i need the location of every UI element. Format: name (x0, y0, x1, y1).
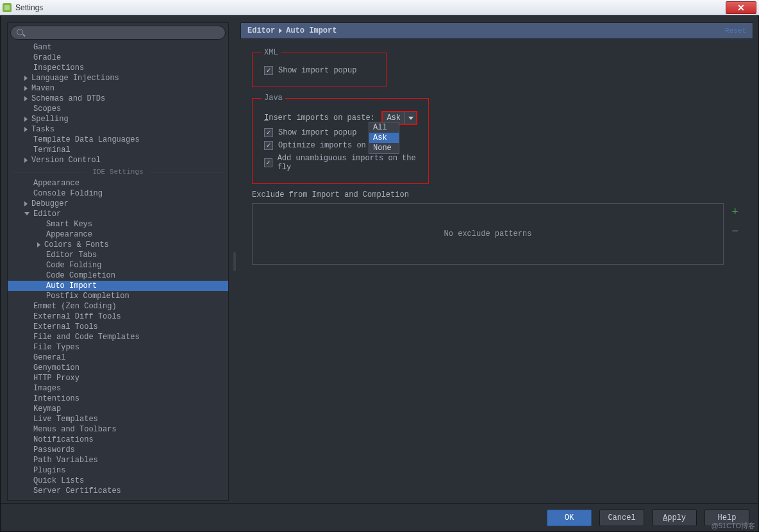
tree-item[interactable]: Debugger (8, 199, 228, 209)
combo-option-none[interactable]: None (369, 143, 399, 153)
tree-item[interactable]: Editor Tabs (8, 250, 228, 260)
tree-item[interactable]: Gant (8, 42, 228, 53)
tree-item[interactable]: Postfix Completion (8, 291, 228, 301)
tree-item[interactable]: Terminal (8, 145, 228, 155)
titlebar: Settings ✕ (0, 0, 759, 15)
splitter[interactable] (233, 22, 237, 501)
breadcrumb-part-auto-import: Auto Import (286, 26, 337, 35)
tree-item[interactable]: Quick Lists (8, 476, 228, 486)
insert-imports-label: Insert imports on paste: (264, 113, 375, 122)
chevron-down-icon[interactable] (405, 112, 416, 124)
tree-item[interactable]: Spelling (8, 114, 228, 124)
tree-item[interactable]: Genymotion (8, 363, 228, 373)
reset-link[interactable]: Reset (725, 27, 746, 35)
tree-item[interactable]: Passwords (8, 445, 228, 455)
window-close-button[interactable]: ✕ (726, 1, 756, 14)
tree-item[interactable]: Server Certificates (8, 486, 228, 496)
tree-item[interactable]: Path Variables (8, 455, 228, 465)
java-show-import-popup-checkbox[interactable] (264, 128, 273, 137)
xml-group: XML Show import popup (252, 48, 387, 87)
settings-panel: XML Show import popup Java Insert import… (240, 39, 753, 501)
tree-item[interactable]: Menus and Toolbars (8, 424, 228, 435)
tree-item[interactable]: Version Control (8, 155, 228, 165)
tree-item[interactable]: Tasks (8, 124, 228, 135)
xml-show-import-popup-label: Show import popup (278, 66, 356, 75)
tree-item[interactable]: Editor (8, 209, 228, 219)
exclude-title: Exclude from Import and Completion (252, 190, 742, 199)
tree-item[interactable]: Live Templates (8, 414, 228, 424)
unambiguous-imports-checkbox[interactable] (264, 158, 272, 167)
insert-imports-dropdown[interactable]: All Ask None (369, 122, 399, 154)
xml-legend: XML (262, 48, 281, 57)
tree-item[interactable]: Code Completion (8, 270, 228, 281)
app-icon (3, 3, 12, 12)
tree-item[interactable]: HTTP Proxy (8, 373, 228, 383)
tree-item[interactable]: Template Data Languages (8, 135, 228, 145)
breadcrumb: Editor Auto Import Reset (240, 22, 753, 39)
breadcrumb-separator-icon (279, 28, 282, 33)
tree-item[interactable]: Console Folding (8, 188, 228, 199)
tree-item[interactable]: Code Folding (8, 260, 228, 270)
settings-sidebar: GantGradleInspectionsLanguage Injections… (7, 22, 229, 501)
tree-item[interactable]: Appearance (8, 229, 228, 240)
tree-item[interactable]: File Types (8, 342, 228, 353)
remove-pattern-button[interactable]: − (731, 226, 738, 237)
tree-item[interactable]: External Diff Tools (8, 312, 228, 322)
combo-option-all[interactable]: All (369, 122, 399, 133)
tree-item[interactable]: Appearance (8, 178, 228, 188)
tree-section-separator: IDE Settings (8, 168, 228, 176)
settings-tree[interactable]: GantGradleInspectionsLanguage Injections… (8, 42, 228, 500)
add-pattern-button[interactable]: + (731, 206, 738, 218)
optimize-imports-label: Optimize imports on th (278, 141, 380, 150)
settings-search-input[interactable] (10, 26, 226, 40)
combo-option-ask[interactable]: Ask (369, 133, 399, 143)
tree-item[interactable]: Maven (8, 83, 228, 94)
tree-item[interactable]: Inspections (8, 63, 228, 73)
unambiguous-imports-label: Add unambiguous imports on the fly (278, 154, 417, 172)
tree-item[interactable]: Keymap (8, 404, 228, 414)
cancel-button[interactable]: Cancel (599, 510, 644, 526)
tree-item[interactable]: Intentions (8, 394, 228, 404)
tree-item[interactable]: Plugins (8, 465, 228, 476)
tree-item[interactable]: Language Injections (8, 73, 228, 83)
tree-item[interactable]: Notifications (8, 435, 228, 445)
tree-item[interactable]: General (8, 353, 228, 363)
settings-dialog: GantGradleInspectionsLanguage Injections… (0, 15, 759, 532)
watermark: @51CTO博客 (712, 521, 755, 531)
window-title: Settings (15, 3, 43, 12)
exclude-list[interactable]: No exclude patterns + − (252, 203, 724, 265)
search-icon (17, 29, 23, 35)
tree-item[interactable]: Schemas and DTDs (8, 94, 228, 104)
tree-item[interactable]: Colors & Fonts (8, 240, 228, 250)
xml-show-import-popup-checkbox[interactable] (264, 66, 273, 75)
optimize-imports-checkbox[interactable] (264, 141, 273, 150)
tree-item[interactable]: Scopes (8, 104, 228, 114)
tree-item[interactable]: Auto Import (8, 281, 228, 291)
java-show-import-popup-label: Show import popup (278, 128, 356, 137)
tree-item[interactable]: Smart Keys (8, 219, 228, 229)
breadcrumb-part-editor: Editor (247, 26, 275, 35)
tree-item[interactable]: File and Code Templates (8, 332, 228, 342)
java-legend: Java (262, 94, 285, 103)
tree-item[interactable]: Emmet (Zen Coding) (8, 301, 228, 312)
tree-item[interactable]: External Tools (8, 322, 228, 332)
tree-item[interactable]: Gradle (8, 53, 228, 63)
exclude-placeholder: No exclude patterns (444, 229, 532, 238)
java-group: Java Insert imports on paste: Ask Show i… (252, 94, 429, 184)
apply-button[interactable]: Apply (652, 510, 697, 526)
ok-button[interactable]: OK (547, 510, 592, 526)
dialog-buttons: OK Cancel Apply Help (1, 503, 758, 531)
tree-item[interactable]: Images (8, 383, 228, 394)
insert-imports-value: Ask (383, 113, 405, 122)
